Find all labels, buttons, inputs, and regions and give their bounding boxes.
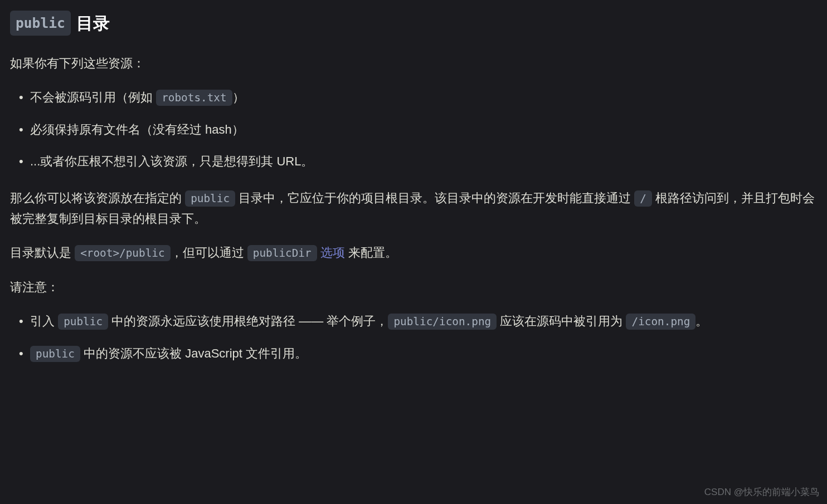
inline-code: public — [58, 314, 108, 330]
inline-code: /icon.png — [626, 314, 695, 330]
resource-list: 不会被源码引用（例如 robots.txt） 必须保持原有文件名（没有经过 ha… — [10, 87, 817, 172]
paragraph: 那么你可以将该资源放在指定的 public 目录中，它应位于你的项目根目录。该目… — [10, 188, 817, 229]
text: 那么你可以将该资源放在指定的 — [10, 191, 185, 205]
inline-code: public — [30, 346, 80, 362]
inline-code: / — [634, 190, 652, 207]
text: 应该在源码中被引用为 — [497, 314, 626, 328]
list-item: ...或者你压根不想引入该资源，只是想得到其 URL。 — [10, 151, 817, 172]
list-item: public 中的资源不应该被 JavaScript 文件引用。 — [10, 343, 817, 364]
text: 引入 — [30, 314, 58, 328]
text: 来配置。 — [345, 246, 397, 260]
inline-code: <root>/public — [75, 245, 171, 261]
text: 目录中，它应位于你的项目根目录。该目录中的资源在开发时能直接通过 — [235, 191, 634, 205]
notice-paragraph: 请注意： — [10, 277, 817, 297]
inline-code: robots.txt — [156, 90, 232, 106]
text: 。 — [695, 314, 708, 328]
inline-code: public/icon.png — [388, 314, 497, 330]
text: ，但可以通过 — [171, 246, 247, 260]
list-text: 不会被源码引用（例如 — [30, 90, 156, 104]
list-item: 不会被源码引用（例如 robots.txt） — [10, 87, 817, 107]
inline-code: public — [185, 190, 235, 207]
section-heading: public 目录 — [10, 9, 817, 37]
notice-list: 引入 public 中的资源永远应该使用根绝对路径 —— 举个例子，public… — [10, 311, 817, 364]
text: 中的资源永远应该使用根绝对路径 —— 举个例子， — [108, 314, 388, 328]
inline-code: publicDir — [247, 245, 317, 261]
list-item: 必须保持原有文件名（没有经过 hash） — [10, 119, 817, 140]
heading-text: 目录 — [76, 9, 110, 37]
option-link[interactable]: 选项 — [320, 246, 345, 260]
watermark: CSDN @快乐的前端小菜鸟 — [704, 485, 819, 501]
paragraph: 目录默认是 <root>/public，但可以通过 publicDir 选项 来… — [10, 242, 817, 263]
text: 目录默认是 — [10, 246, 75, 260]
list-text: ） — [232, 90, 245, 104]
list-item: 引入 public 中的资源永远应该使用根绝对路径 —— 举个例子，public… — [10, 311, 817, 331]
heading-code: public — [10, 11, 71, 36]
intro-paragraph: 如果你有下列这些资源： — [10, 53, 817, 74]
text: 中的资源不应该被 JavaScript 文件引用。 — [80, 346, 307, 360]
